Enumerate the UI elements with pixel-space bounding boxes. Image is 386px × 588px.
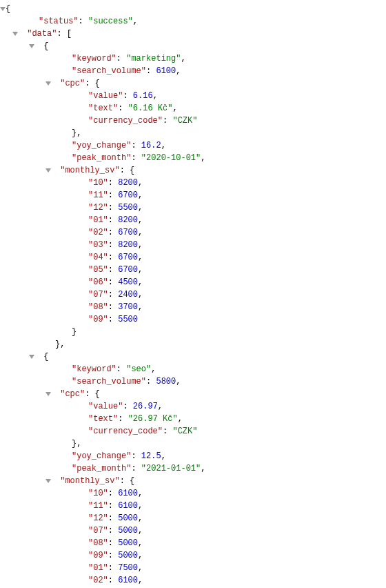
json-line: "05": 6700, [6,264,380,276]
json-line: "yoy_change": 16.2, [6,139,380,152]
json-key: "search_volume" [72,375,146,388]
json-punct: , [181,52,185,65]
json-line[interactable]: "cpc": { [6,77,380,90]
json-key: "monthly_sv" [60,475,119,487]
json-punct: : [108,562,118,574]
chevron-down-icon[interactable] [45,81,51,86]
json-punct: : [108,177,118,189]
json-punct: : [108,487,118,500]
json-punct: : [131,152,141,164]
json-punct: : [163,115,172,127]
json-line[interactable]: "data": [ [6,28,380,40]
json-key: "currency_code" [88,115,163,127]
json-line: }, [6,438,380,450]
json-punct: : [108,301,118,313]
json-punct [55,475,60,487]
json-number: 5000 [118,549,138,562]
json-line[interactable]: { [6,351,380,363]
chevron-down-icon[interactable] [12,32,18,36]
json-line[interactable]: "monthly_sv": { [6,164,380,177]
chevron-down-icon[interactable] [29,44,34,48]
json-punct: , [138,177,143,189]
json-punct: }, [55,338,65,351]
json-punct: : [108,537,118,549]
json-line[interactable]: { [6,40,380,52]
json-number: 6700 [118,189,138,202]
json-number: 8200 [118,177,138,189]
json-punct: : [108,525,118,537]
json-line[interactable]: "monthly_sv": { [6,475,380,487]
json-punct: , [172,102,177,115]
json-line: "07": 2400, [6,288,380,301]
json-number: 7500 [118,562,138,574]
json-line: "01": 7500, [6,562,380,574]
json-punct: , [138,251,143,264]
json-punct: : [131,450,141,462]
json-number: 2400 [118,288,138,301]
json-punct: , [153,90,158,102]
json-punct: : [131,139,141,152]
json-number: 6100 [118,487,138,500]
json-line: }, [6,338,380,351]
json-tree-viewer: {"status": "success", "data": [ {"keywor… [6,3,380,587]
json-punct: : [118,102,128,115]
chevron-down-icon[interactable] [29,355,34,359]
json-number: 8200 [118,239,138,251]
json-punct: : [108,288,118,301]
json-line: "10": 8200, [6,177,380,189]
json-punct: }, [72,127,81,139]
json-number: 6700 [118,264,138,276]
json-string: "CZK" [172,115,197,127]
json-line: "06": 4500, [6,276,380,288]
json-key: "status" [39,15,79,28]
json-punct: { [39,40,48,52]
chevron-down-icon[interactable] [45,479,51,483]
json-line: "peak_month": "2021-01-01", [6,462,380,475]
json-punct: : { [85,388,100,400]
json-line: "04": 6700, [6,251,380,264]
json-number: 6100 [156,65,176,77]
json-line: "peak_month": "2020-10-01", [6,152,380,164]
json-line: "07": 5000, [6,525,380,537]
json-key: "02" [88,574,108,587]
json-key: "03" [88,239,108,251]
json-punct: : [ [57,28,72,40]
json-key: "text" [88,102,118,115]
json-punct [55,164,60,177]
json-number: 3700 [118,301,138,313]
json-string: "26.97 Kč" [128,413,178,425]
json-string: "success" [88,15,133,28]
json-punct: : [146,375,156,388]
json-number: 5000 [118,525,138,537]
json-line: "status": "success", [6,15,380,28]
chevron-down-icon[interactable] [0,7,6,11]
json-key: "07" [88,525,108,537]
json-key: "11" [88,500,108,512]
json-key: "peak_month" [72,152,131,164]
json-string: "2020-10-01" [141,152,201,164]
json-key: "09" [88,313,108,326]
json-number: 5500 [118,313,138,326]
json-punct: , [138,301,143,313]
json-key: "value" [88,400,123,413]
json-number: 5000 [118,537,138,549]
json-line[interactable]: "cpc": { [6,388,380,400]
chevron-down-icon[interactable] [45,168,51,173]
json-punct: , [161,139,166,152]
json-line: "text": "6.16 Kč", [6,102,380,115]
json-key: "06" [88,276,108,288]
json-punct: , [151,363,156,375]
json-punct: , [138,288,143,301]
json-key: "10" [88,177,108,189]
json-line: "11": 6100, [6,500,380,512]
json-key: "yoy_change" [72,450,131,462]
json-line: "10": 6100, [6,487,380,500]
json-number: 26.97 [133,400,158,413]
json-punct: : [123,400,132,413]
chevron-down-icon[interactable] [45,392,51,396]
json-punct: : [131,462,141,475]
json-string: "6.16 Kč" [128,102,173,115]
json-punct: , [138,537,143,549]
json-string: "seo" [126,363,151,375]
json-line[interactable]: { [6,3,380,15]
